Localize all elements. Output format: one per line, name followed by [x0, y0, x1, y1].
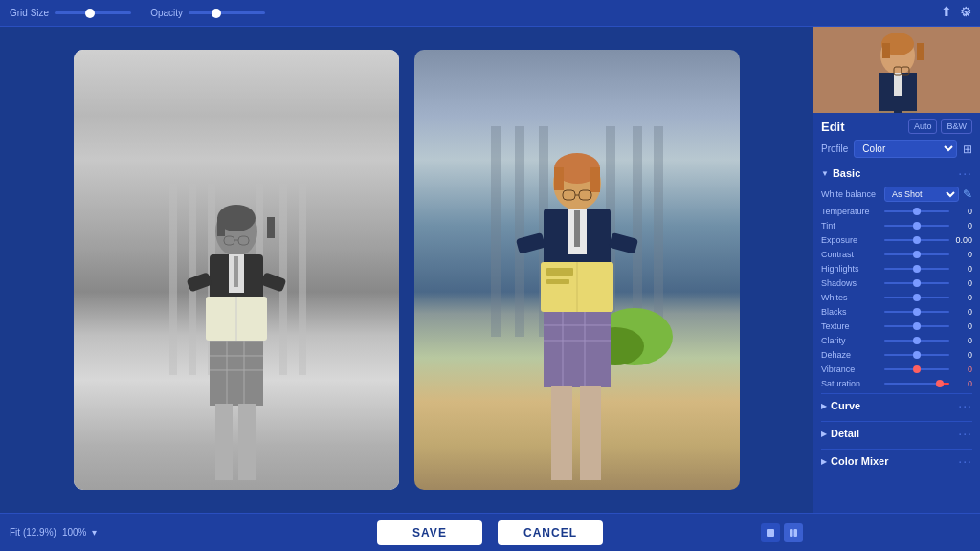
param-row: Texture0 [821, 321, 972, 331]
opacity-label: Opacity [150, 8, 183, 18]
param-value-whites: 0 [953, 293, 972, 302]
grid-size-control: Grid Size [10, 8, 131, 18]
param-label-tint: Tint [821, 221, 880, 231]
svg-rect-1 [169, 184, 177, 375]
param-label-texture: Texture [821, 321, 880, 331]
param-row: Dehaze0 [821, 350, 972, 360]
param-row: Shadows0 [821, 278, 972, 288]
param-thumb-whites [913, 294, 921, 301]
curve-section[interactable]: ▶ Curve ··· [821, 393, 972, 417]
param-slider-exposure[interactable] [884, 239, 949, 241]
view-icons [761, 523, 803, 542]
param-thumb-dehaze [913, 351, 921, 359]
right-panel: Edit Auto B&W Profile Color Monochrome ⊞… [813, 27, 980, 513]
bw-mode-button[interactable]: B&W [941, 119, 972, 134]
param-value-contrast: 0 [953, 250, 972, 259]
detail-options[interactable]: ··· [958, 426, 972, 441]
zoom-percent: 100% [62, 527, 87, 538]
param-slider-clarity[interactable] [884, 340, 949, 342]
zoom-dropdown-icon[interactable]: ▾ [92, 527, 97, 538]
upload-icon[interactable]: ⬆ [941, 4, 952, 19]
svg-rect-56 [546, 279, 569, 284]
color-photo-card [414, 50, 740, 490]
color-photo-image [414, 50, 740, 490]
profile-grid-icon[interactable]: ⊞ [963, 143, 972, 156]
param-value-texture: 0 [953, 321, 972, 331]
auto-mode-button[interactable]: Auto [908, 119, 938, 134]
param-thumb-contrast [913, 251, 921, 258]
param-slider-tint[interactable] [884, 225, 949, 227]
svg-rect-41 [590, 167, 600, 192]
split-view-button[interactable] [784, 523, 803, 542]
curve-options[interactable]: ··· [958, 398, 972, 413]
param-label-dehaze: Dehaze [821, 350, 880, 360]
param-slider-temperature[interactable] [884, 210, 949, 212]
param-slider-whites[interactable] [884, 297, 949, 298]
single-view-button[interactable] [761, 523, 780, 542]
param-slider-saturation[interactable] [884, 383, 949, 385]
svg-rect-6 [299, 184, 306, 375]
svg-rect-69 [879, 111, 894, 113]
wb-select[interactable]: As Shot Auto Daylight Cloudy [884, 187, 959, 202]
profile-select[interactable]: Color Monochrome [854, 140, 957, 158]
param-thumb-saturation [936, 380, 944, 387]
param-thumb-highlights [913, 265, 921, 273]
save-button[interactable]: SAVE [377, 520, 482, 545]
param-slider-blacks[interactable] [884, 311, 949, 313]
param-slider-contrast[interactable] [884, 253, 949, 255]
param-label-whites: Whites [821, 293, 880, 302]
param-value-saturation: 0 [953, 379, 972, 388]
wb-eyedropper-icon[interactable]: ✎ [963, 187, 972, 201]
basic-arrow-icon: ▼ [821, 169, 829, 178]
svg-rect-30 [491, 126, 501, 337]
param-thumb-shadows [913, 279, 921, 287]
svg-rect-28 [238, 404, 256, 480]
param-label-shadows: Shadows [821, 278, 880, 288]
param-list: Temperature0Tint0Exposure0.00Contrast0Hi… [821, 207, 972, 388]
opacity-slider[interactable] [189, 11, 265, 14]
bottom-bar: Fit (12.9%) 100% ▾ SAVE CANCEL [0, 513, 980, 551]
param-thumb-exposure [913, 236, 921, 244]
grid-size-label: Grid Size [10, 8, 49, 18]
color-mixer-section-title: Color Mixer [831, 455, 889, 467]
image-area [0, 27, 813, 513]
bw-photo-card [74, 50, 399, 490]
basic-section-options[interactable]: ··· [958, 165, 972, 181]
param-slider-vibrance[interactable] [884, 368, 949, 370]
svg-rect-66 [917, 43, 924, 60]
param-thumb-blacks [913, 308, 921, 316]
param-slider-highlights[interactable] [884, 268, 949, 270]
param-value-temperature: 0 [953, 207, 972, 216]
top-bar: ⬆ ⚙ Grid Size Opacity × [0, 0, 980, 27]
param-label-exposure: Exposure [821, 235, 880, 245]
param-label-blacks: Blacks [821, 307, 880, 317]
param-thumb-clarity [913, 337, 921, 344]
detail-section[interactable]: ▶ Detail ··· [821, 421, 972, 445]
param-label-temperature: Temperature [821, 207, 880, 216]
param-row: Clarity0 [821, 336, 972, 345]
svg-rect-60 [551, 386, 572, 480]
param-slider-texture[interactable] [884, 325, 949, 327]
color-mixer-options[interactable]: ··· [958, 453, 972, 469]
param-value-clarity: 0 [953, 336, 972, 345]
param-row: Blacks0 [821, 307, 972, 317]
wb-label: White balance [821, 189, 880, 199]
param-row: Highlights0 [821, 264, 972, 274]
detail-section-title: Detail [831, 428, 859, 439]
single-view-icon [766, 528, 775, 538]
detail-arrow-icon: ▶ [821, 430, 827, 438]
edit-header: Edit Auto B&W [821, 119, 972, 134]
param-slider-shadows[interactable] [884, 282, 949, 284]
cancel-button[interactable]: CANCEL [498, 520, 603, 545]
param-row: Temperature0 [821, 207, 972, 216]
svg-rect-74 [790, 529, 793, 537]
grid-size-slider[interactable] [55, 11, 131, 14]
basic-section-header[interactable]: ▼ Basic ··· [821, 165, 972, 181]
basic-section-title: Basic [833, 167, 860, 179]
close-button[interactable]: × [963, 6, 970, 21]
param-slider-dehaze[interactable] [884, 354, 949, 356]
curve-section-title: Curve [831, 400, 860, 411]
svg-rect-40 [554, 167, 564, 190]
edit-title: Edit [821, 120, 845, 134]
color-mixer-section[interactable]: ▶ Color Mixer ··· [821, 449, 972, 473]
